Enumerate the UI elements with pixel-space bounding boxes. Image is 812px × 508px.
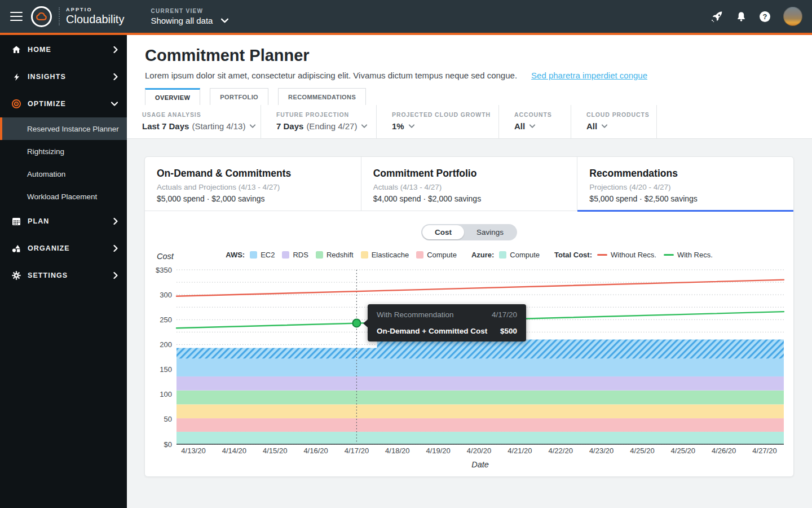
band-redshift [176, 391, 784, 405]
filter-usage-analysis[interactable]: USAGE ANALYSISLast 7 Days(Starting 4/13) [127, 105, 261, 138]
filter-value-text: Last 7 Days [142, 121, 189, 131]
summary-card-subtitle: Actuals and Projections (4/13 - 4/27) [157, 183, 361, 191]
chevron-down-icon [250, 124, 255, 128]
filter-label: CLOUD PRODUCTS [586, 111, 656, 118]
help-icon[interactable]: ? [760, 11, 770, 22]
legend-swatch [250, 251, 257, 259]
filter-accounts[interactable]: ACCOUNTSAll [499, 105, 571, 138]
toggle-option-cost[interactable]: Cost [422, 225, 464, 239]
sidebar-item-organize[interactable]: ORGANIZE [0, 235, 127, 262]
legend-line-swatch [597, 254, 607, 256]
x-tick-label: 4/26/20 [712, 446, 736, 455]
sidebar-subitem-reserved-instance-planner[interactable]: Reserved Instance Planner [0, 117, 127, 140]
avatar[interactable] [783, 7, 802, 26]
band-rds [176, 376, 784, 391]
legend-item-label: With Recs. [677, 251, 713, 259]
x-tick-label: 4/20/20 [467, 446, 491, 455]
chevron-right-icon [113, 272, 118, 279]
summary-card-title: Commitment Portfolio [373, 168, 577, 179]
legend-item-ec2: EC2 [250, 251, 275, 259]
line-without-recs [176, 280, 784, 296]
apptio-cloudability-logo[interactable]: APPTIO Cloudability [31, 6, 124, 27]
legend-item-compute: Compute [416, 251, 457, 259]
topbar: APPTIO Cloudability CURRENT VIEW Showing… [0, 0, 812, 35]
legend-item-rds: RDS [282, 251, 308, 259]
brand-name: Cloudability [66, 13, 124, 26]
x-tick-label: 4/17/20 [345, 446, 369, 455]
sidebar-item-home[interactable]: HOME [0, 36, 127, 63]
sidebar-item-plan[interactable]: PLAN [0, 208, 127, 235]
summary-card-commitment-portfolio[interactable]: Commitment PortfolioActuals (4/13 - 4/27… [361, 157, 578, 211]
filter-future-projection[interactable]: FUTURE PROJECTION7 Days(Ending 4/27) [261, 105, 377, 138]
filter-projected-cloud-growth[interactable]: PROJECTED CLOUD GROWTH1% [377, 105, 499, 138]
x-tick-label: 4/15/20 [263, 446, 287, 455]
tab-recommendations[interactable]: RECOMMENDATIONS [278, 88, 366, 105]
sidebar-item-label: OPTIMIZE [28, 100, 66, 108]
legend-item-compute: Compute [499, 251, 540, 259]
chart-marker-dot[interactable] [352, 319, 360, 327]
header-link[interactable]: Sed pharetra imperdiet congue [531, 71, 647, 80]
chevron-right-icon [113, 218, 118, 225]
plan-icon [11, 216, 21, 226]
chevron-right-icon [113, 245, 118, 252]
summary-card-subtitle: Actuals (4/13 - 4/27) [373, 183, 577, 191]
summary-card-on-demand-commitments[interactable]: On-Demand & CommitmentsActuals and Proje… [145, 157, 361, 211]
cost-savings-toggle: CostSavings [421, 224, 517, 240]
toggle-option-savings[interactable]: Savings [464, 225, 516, 239]
summary-card-subtitle: Projections (4/20 - 4/27) [589, 183, 793, 191]
x-tick-label: 4/16/20 [303, 446, 328, 455]
chevron-down-icon [529, 124, 535, 128]
commitment-chart[interactable]: $35030025020015010050$04/13/204/14/204/1… [145, 259, 793, 476]
x-tick-label: 4/21/20 [508, 446, 532, 455]
sidebar-item-settings[interactable]: SETTINGS [0, 262, 127, 289]
chart-section: CostSavings AWS:EC2RDSRedshiftElasticach… [145, 211, 793, 476]
tab-portfolio[interactable]: PORTFOLIO [210, 88, 268, 105]
filter-label: FUTURE PROJECTION [276, 111, 376, 118]
sidebar-item-insights[interactable]: INSIGHTS [0, 63, 127, 90]
tooltip-metric-label: On-Demand + Committed Cost [377, 327, 487, 335]
summary-card-value: $5,000 spend · $2,500 savings [589, 194, 793, 203]
tooltip-series-name: With Recommendation [377, 310, 454, 319]
y-tick-label: $0 [164, 440, 172, 449]
legend-swatch [416, 251, 423, 259]
filter-value: All [514, 121, 571, 131]
band-ec2 [176, 358, 784, 376]
filter-value: 1% [392, 121, 498, 131]
hamburger-menu-icon[interactable] [10, 9, 23, 24]
legend-item-with-recs: With Recs. [664, 251, 713, 259]
legend-item-label: Without Recs. [611, 251, 656, 259]
sidebar-subitem-rightsizing[interactable]: Rightsizing [0, 140, 127, 163]
rocket-icon[interactable] [711, 11, 723, 23]
filter-cloud-products[interactable]: CLOUD PRODUCTSAll [571, 105, 657, 138]
content-area: On-Demand & CommitmentsActuals and Proje… [127, 139, 812, 477]
tabs: OVERVIEWPORTFOLIORECOMMENDATIONS [145, 88, 812, 105]
optimize-icon [11, 99, 21, 109]
topbar-actions: ? [698, 7, 802, 26]
page-header: Commitment Planner Lorem ipsum dolor sit… [127, 35, 812, 105]
filter-label: USAGE ANALYSIS [142, 111, 261, 118]
chart-tooltip: With Recommendation 4/17/20 On-Demand + … [368, 304, 526, 341]
organize-icon [11, 243, 21, 253]
x-tick-label: 4/14/20 [222, 446, 246, 455]
legend-group-azure: Azure:Compute [471, 251, 540, 259]
brand-separator [59, 7, 60, 25]
sidebar-subitem-workload-placement[interactable]: Workload Placement [0, 185, 127, 208]
chevron-down-icon [409, 124, 414, 128]
sidebar-subitem-automation[interactable]: Automation [0, 163, 127, 185]
sidebar-item-optimize[interactable]: OPTIMIZE [0, 90, 127, 117]
legend-group-total-cost: Total Cost:Without Recs.With Recs. [554, 251, 713, 259]
bell-icon[interactable] [736, 11, 747, 22]
x-tick-label: 4/22/20 [549, 446, 573, 455]
filter-value-text: All [586, 121, 597, 131]
filter-value-suffix: (Starting 4/13) [192, 121, 245, 131]
chevron-down-icon [111, 102, 118, 106]
page-description: Lorem ipsum dolor sit amet, consectetur … [145, 71, 517, 80]
legend-item-label: Redshift [326, 251, 354, 259]
tab-overview[interactable]: OVERVIEW [145, 88, 200, 105]
legend-swatch [361, 251, 368, 259]
chevron-right-icon [113, 73, 118, 80]
x-tick-label: 4/23/20 [589, 446, 614, 455]
summary-card-recommendations[interactable]: RecommendationsProjections (4/20 - 4/27)… [577, 157, 793, 211]
current-view-selector[interactable]: CURRENT VIEW Showing all data [151, 8, 228, 25]
brand-small: APPTIO [66, 7, 124, 12]
